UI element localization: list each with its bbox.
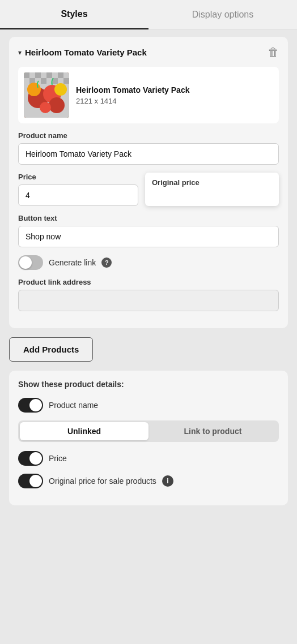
product-name-input[interactable] <box>18 143 279 165</box>
price-col: Price <box>18 173 138 206</box>
original-price-col: Original price <box>145 173 279 206</box>
image-dimensions: 2121 x 1414 <box>76 97 189 105</box>
product-name-details-toggle[interactable] <box>18 398 43 413</box>
product-name-details-row: Product name <box>18 398 279 413</box>
product-card-title: Heirloom Tomato Variety Pack <box>25 48 147 57</box>
product-link-input[interactable] <box>18 290 279 311</box>
generate-link-toggle[interactable] <box>18 255 43 270</box>
product-name-label: Product name <box>18 131 279 140</box>
product-name-field-group: Product name <box>18 131 279 165</box>
product-card: ▾ Heirloom Tomato Variety Pack 🗑 <box>9 37 288 328</box>
original-price-label: Original price <box>152 178 272 187</box>
product-thumbnail <box>24 72 69 118</box>
svg-rect-1 <box>24 72 29 78</box>
original-price-input[interactable] <box>152 191 272 200</box>
tab-display-options[interactable]: Display options <box>148 0 297 29</box>
main-content: ▾ Heirloom Tomato Variety Pack 🗑 <box>0 30 297 512</box>
original-price-details-row: Original price for sale products i <box>18 474 279 488</box>
generate-link-label: Generate link <box>49 258 96 267</box>
generate-link-row: Generate link ? <box>18 255 279 270</box>
price-details-row: Price <box>18 451 279 466</box>
original-price-details-label: Original price for sale products <box>49 476 156 486</box>
svg-point-12 <box>49 97 65 113</box>
product-name-details-label: Product name <box>49 401 98 410</box>
price-details-toggle[interactable] <box>18 451 43 466</box>
tabs-container: Styles Display options <box>0 0 297 30</box>
generate-link-help-icon[interactable]: ? <box>101 257 112 268</box>
chevron-down-icon: ▾ <box>18 49 22 57</box>
details-card: Show these product details: Product name… <box>9 371 288 505</box>
tab-styles[interactable]: Styles <box>0 0 148 29</box>
details-section-title: Show these product details: <box>18 380 279 389</box>
svg-rect-3 <box>35 72 41 78</box>
svg-rect-4 <box>41 78 46 84</box>
price-details-label: Price <box>49 454 67 463</box>
price-input[interactable] <box>18 184 138 206</box>
product-header-left: ▾ Heirloom Tomato Variety Pack <box>18 48 147 57</box>
button-text-input[interactable] <box>18 226 279 247</box>
price-row: Price Original price <box>18 173 279 206</box>
product-link-label: Product link address <box>18 278 279 286</box>
product-link-field-group: Product link address <box>18 278 279 311</box>
link-segmented-control: Unlinked Link to product <box>18 420 279 442</box>
link-to-product-button[interactable]: Link to product <box>148 422 277 440</box>
svg-point-13 <box>40 102 51 113</box>
product-header: ▾ Heirloom Tomato Variety Pack 🗑 <box>18 46 279 59</box>
svg-rect-5 <box>46 72 52 78</box>
product-image-info: Heirloom Tomato Variety Pack 2121 x 1414 <box>76 85 189 105</box>
original-price-info-icon[interactable]: i <box>162 475 173 487</box>
svg-point-14 <box>54 83 67 96</box>
svg-rect-7 <box>58 72 63 78</box>
svg-point-11 <box>27 83 41 96</box>
original-price-details-toggle[interactable] <box>18 474 43 488</box>
image-filename: Heirloom Tomato Variety Pack <box>76 85 189 95</box>
product-image-row: Heirloom Tomato Variety Pack 2121 x 1414 <box>18 67 279 123</box>
button-text-label: Button text <box>18 214 279 222</box>
add-products-button[interactable]: Add Products <box>9 337 93 362</box>
unlinked-button[interactable]: Unlinked <box>20 422 148 440</box>
delete-product-icon[interactable]: 🗑 <box>268 46 279 59</box>
price-label: Price <box>18 173 138 181</box>
svg-rect-8 <box>63 78 69 84</box>
button-text-field-group: Button text <box>18 214 279 247</box>
